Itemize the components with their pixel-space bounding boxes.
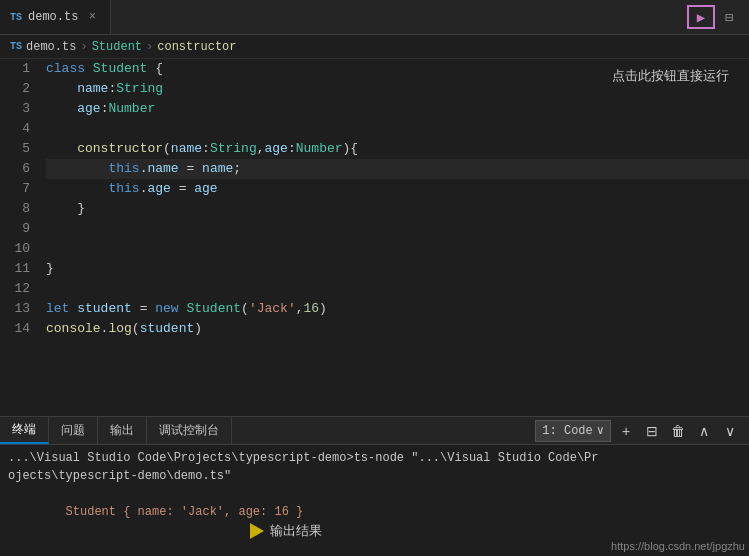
add-terminal-button[interactable]: + — [615, 420, 637, 442]
line-number: 3 — [0, 99, 40, 119]
panel-tabs: 终端 问题 输出 调试控制台 1: Code ∨ + ⊟ 🗑 ∧ ∨ — [0, 417, 749, 445]
breadcrumb: TS demo.ts › Student › constructor — [0, 35, 749, 59]
code-line: this.age = age — [46, 179, 749, 199]
line-number: 1 — [0, 59, 40, 79]
line-number: 9 — [0, 219, 40, 239]
code-line — [46, 279, 749, 299]
code-line: constructor(name:String,age:Number){ — [46, 139, 749, 159]
panel-tab-terminal[interactable]: 终端 — [0, 417, 49, 444]
line-number: 5 — [0, 139, 40, 159]
terminal-line-1: ...\Visual Studio Code\Projects\typescri… — [8, 449, 741, 467]
code-line: let student = new Student('Jack',16) — [46, 299, 749, 319]
code-line: console.log(student) — [46, 319, 749, 339]
arrow-icon — [250, 523, 264, 539]
line-number: 11 — [0, 259, 40, 279]
line-number: 4 — [0, 119, 40, 139]
panel-tab-output[interactable]: 输出 — [98, 417, 147, 444]
line-number: 12 — [0, 279, 40, 299]
line-number: 8 — [0, 199, 40, 219]
tab-bar: TS demo.ts × ▶ ⊟ — [0, 0, 749, 35]
down-terminal-button[interactable]: ∨ — [719, 420, 741, 442]
output-annotation: 输出结果 — [250, 522, 322, 540]
code-line: class Student { — [46, 59, 749, 79]
code-line: name:String — [46, 79, 749, 99]
line-number: 2 — [0, 79, 40, 99]
trash-terminal-button[interactable]: 🗑 — [667, 420, 689, 442]
code-line: age:Number — [46, 99, 749, 119]
terminal-dropdown-icon: ∨ — [597, 423, 604, 438]
code-line — [46, 239, 749, 259]
line-number: 13 — [0, 299, 40, 319]
code-line — [46, 219, 749, 239]
line-numbers: 1234567891011121314 — [0, 59, 40, 416]
terminal-line-3: Student { name: 'Jack', age: 16 } — [8, 485, 741, 539]
breadcrumb-class[interactable]: Student — [92, 40, 142, 54]
terminal-dropdown-label: 1: Code — [542, 424, 592, 438]
run-button[interactable]: ▶ — [687, 5, 715, 29]
breadcrumb-sep2: › — [146, 40, 153, 54]
code-line: this.name = name; — [46, 159, 749, 179]
breadcrumb-sep1: › — [80, 40, 87, 54]
split-editor-button[interactable]: ⊟ — [717, 5, 741, 29]
terminal-dropdown[interactable]: 1: Code ∨ — [535, 420, 611, 442]
breadcrumb-file[interactable]: demo.ts — [26, 40, 76, 54]
tab-close-button[interactable]: × — [84, 9, 100, 25]
panel-tab-debug-console[interactable]: 调试控制台 — [147, 417, 232, 444]
code-line — [46, 119, 749, 139]
code-line: } — [46, 199, 749, 219]
panel-tab-problems[interactable]: 问题 — [49, 417, 98, 444]
code-line: } — [46, 259, 749, 279]
breadcrumb-method[interactable]: constructor — [157, 40, 236, 54]
line-number: 14 — [0, 319, 40, 339]
terminal-output: Student { name: 'Jack', age: 16 } — [66, 505, 304, 519]
tab-lang-label: TS — [10, 12, 22, 23]
watermark: https://blog.csdn.net/jpgzhu — [611, 540, 745, 552]
top-actions: ▶ ⊟ — [687, 5, 749, 29]
output-annotation-label: 输出结果 — [270, 522, 322, 540]
tab-demo-ts[interactable]: TS demo.ts × — [0, 0, 111, 34]
line-number: 10 — [0, 239, 40, 259]
editor-area: 1234567891011121314 class Student { name… — [0, 59, 749, 416]
up-terminal-button[interactable]: ∧ — [693, 420, 715, 442]
bottom-panel: 终端 问题 输出 调试控制台 1: Code ∨ + ⊟ 🗑 ∧ ∨ ...\V… — [0, 416, 749, 556]
line-number: 6 — [0, 159, 40, 179]
line-number: 7 — [0, 179, 40, 199]
terminal-line-2: ojects\typescript-demo\demo.ts" — [8, 467, 741, 485]
panel-right-actions: 1: Code ∨ + ⊟ 🗑 ∧ ∨ — [535, 420, 749, 442]
split-terminal-button[interactable]: ⊟ — [641, 420, 663, 442]
breadcrumb-lang: TS — [10, 41, 22, 52]
code-area[interactable]: class Student { name:String age:Number c… — [40, 59, 749, 416]
tab-filename: demo.ts — [28, 10, 78, 24]
